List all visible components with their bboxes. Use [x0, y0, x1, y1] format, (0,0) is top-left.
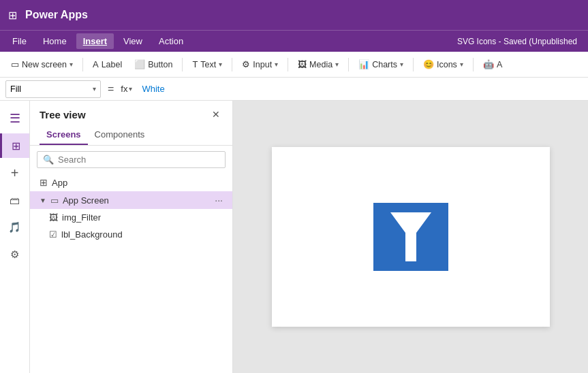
new-screen-chevron: ▾: [69, 61, 73, 68]
property-value: Fill: [10, 84, 21, 94]
app-label: App: [52, 178, 223, 188]
text-icon: T: [192, 59, 198, 69]
input-icon: ⚙: [242, 59, 250, 69]
media-icon: 🖼: [298, 59, 307, 69]
tree-item-app[interactable]: ⊞ App: [30, 174, 232, 191]
dropdown-chevron: ▾: [93, 85, 96, 93]
icons-label: Icons: [437, 60, 457, 69]
imgfilter-label: img_Filter: [62, 212, 223, 223]
app-canvas[interactable]: [272, 147, 550, 327]
app-icon: ⊞: [40, 177, 48, 188]
app-title: Power Apps: [25, 9, 88, 21]
more-button[interactable]: ···: [215, 195, 223, 206]
label-label: Label: [102, 60, 123, 69]
lblbg-label: lbl_Background: [61, 229, 223, 240]
fx-label-text: fx: [121, 84, 127, 94]
toolbar-sep-4: [288, 58, 288, 71]
text-label: Text: [200, 60, 216, 69]
toolbar: ▭ New screen ▾ A Label ⬜ Button T Text ▾…: [0, 52, 588, 78]
label-icon: ☑: [49, 229, 57, 240]
appscreen-label: App Screen: [63, 195, 211, 206]
text-chevron: ▾: [219, 61, 222, 68]
button-label: Button: [148, 60, 172, 69]
formula-bar: Fill ▾ = fx ▾ White: [0, 78, 588, 101]
screen-icon: ▭: [50, 195, 59, 206]
ai-icon: 🤖: [483, 59, 494, 69]
image-icon: 🖼: [49, 212, 58, 223]
tree-header: Tree view ✕: [30, 101, 232, 125]
menu-file[interactable]: File: [5, 33, 33, 49]
toolbar-sep-7: [473, 58, 474, 71]
input-chevron: ▾: [275, 61, 278, 68]
charts-chevron: ▾: [400, 61, 403, 68]
icons-icon: 😊: [423, 59, 434, 69]
sidebar-data-button[interactable]: 🗃: [3, 188, 27, 212]
sidebar-add-button[interactable]: +: [3, 161, 27, 185]
media-chevron: ▾: [335, 61, 339, 68]
toolbar-sep-6: [413, 58, 414, 71]
filter-svg: [390, 212, 431, 261]
new-screen-button[interactable]: ▭ New screen ▾: [5, 56, 78, 72]
tree-title: Tree view: [40, 109, 86, 120]
filter-icon-container: [373, 203, 448, 271]
icons-chevron: ▾: [460, 61, 463, 68]
search-icon: 🔍: [43, 155, 54, 165]
menu-action[interactable]: Action: [152, 33, 190, 49]
tree-item-appscreen[interactable]: ▼ ▭ App Screen ···: [30, 191, 232, 209]
media-button[interactable]: 🖼 Media ▾: [292, 56, 344, 72]
fx-chevron: ▾: [129, 85, 132, 93]
tree-panel: Tree view ✕ Screens Components 🔍 ⊞ App ▼…: [30, 101, 233, 373]
button-button[interactable]: ⬜ Button: [129, 56, 178, 72]
svg-marker-0: [390, 212, 431, 261]
ai-label: A: [497, 60, 502, 69]
input-button[interactable]: ⚙ Input ▾: [236, 56, 283, 72]
sidebar-controls-button[interactable]: ⚙: [3, 242, 27, 267]
toolbar-sep-1: [82, 58, 83, 71]
new-screen-icon: ▭: [11, 59, 19, 69]
label-icon: A: [93, 59, 99, 69]
charts-icon: 📊: [358, 59, 369, 69]
fx-button[interactable]: fx ▾: [121, 84, 132, 94]
main-layout: ☰ ⊞ + 🗃 🎵 ⚙ Tree view ✕ Screens Componen…: [0, 101, 588, 373]
charts-button[interactable]: 📊 Charts ▾: [353, 56, 409, 72]
property-dropdown[interactable]: Fill ▾: [5, 80, 101, 98]
input-label: Input: [253, 60, 272, 69]
close-button[interactable]: ✕: [209, 108, 223, 121]
left-sidebar: ☰ ⊞ + 🗃 🎵 ⚙: [0, 101, 30, 373]
tree-tabs: Screens Components: [30, 125, 232, 146]
tree-item-imgfilter[interactable]: 🖼 img_Filter: [30, 209, 232, 226]
media-label: Media: [309, 60, 332, 69]
button-icon: ⬜: [134, 59, 145, 69]
sidebar-menu-button[interactable]: ☰: [3, 106, 27, 131]
sidebar-screens-button[interactable]: ⊞: [0, 133, 29, 158]
expand-icon[interactable]: ▼: [40, 197, 46, 204]
search-box: 🔍: [37, 151, 226, 168]
top-bar: ⊞ Power Apps: [0, 0, 588, 30]
icons-button[interactable]: 😊 Icons ▾: [418, 56, 469, 72]
search-input[interactable]: [58, 155, 219, 165]
toolbar-sep-5: [348, 58, 349, 71]
tree-item-lblbg[interactable]: ☑ lbl_Background: [30, 226, 232, 243]
formula-value[interactable]: White: [136, 84, 164, 94]
label-button[interactable]: A Label: [87, 56, 127, 72]
sidebar-media-button[interactable]: 🎵: [3, 215, 27, 240]
grid-icon[interactable]: ⊞: [8, 9, 17, 22]
screens-icon: ⊞: [12, 140, 20, 152]
text-button[interactable]: T Text ▾: [187, 56, 228, 72]
tab-screens[interactable]: Screens: [40, 125, 88, 145]
menu-view[interactable]: View: [117, 33, 149, 49]
menu-bar: File Home Insert View Action SVG Icons -…: [0, 30, 588, 52]
menu-insert[interactable]: Insert: [76, 33, 114, 49]
tree-items: ⊞ App ▼ ▭ App Screen ··· 🖼 img_Filter ☑ …: [30, 174, 232, 373]
menu-home[interactable]: Home: [36, 33, 74, 49]
charts-label: Charts: [372, 60, 397, 69]
save-status: SVG Icons - Saved (Unpublished: [457, 37, 583, 46]
toolbar-sep-2: [182, 58, 183, 71]
canvas-area: [233, 101, 588, 373]
tab-components[interactable]: Components: [88, 125, 152, 145]
equals-sign: =: [105, 83, 117, 95]
ai-button[interactable]: 🤖 A: [478, 56, 508, 72]
new-screen-label: New screen: [22, 60, 67, 69]
toolbar-sep-3: [232, 58, 232, 71]
